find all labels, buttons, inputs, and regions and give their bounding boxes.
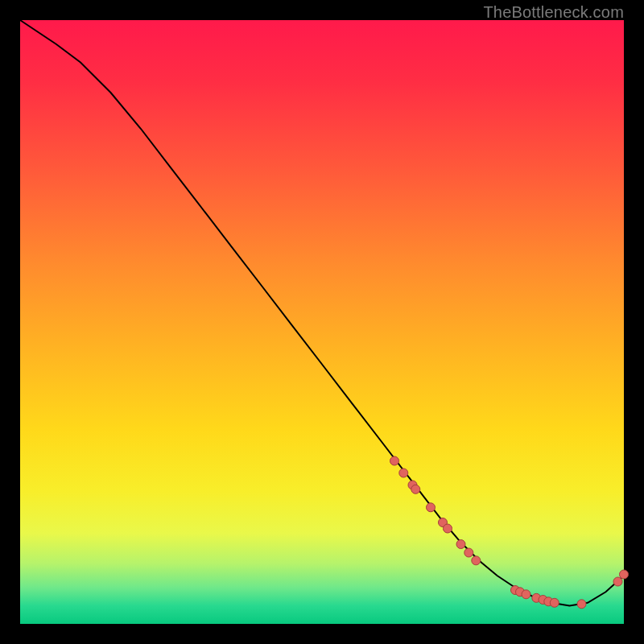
data-point — [577, 600, 586, 609]
chart-stage: TheBottleneck.com — [0, 0, 644, 644]
data-point — [464, 548, 473, 557]
highlighted-points-group — [390, 456, 629, 609]
data-point — [550, 598, 559, 607]
data-point — [390, 456, 399, 465]
data-point — [522, 590, 530, 599]
watermark-text: TheBottleneck.com — [483, 3, 624, 22]
data-point — [444, 524, 452, 533]
data-point — [399, 469, 408, 477]
data-point — [427, 503, 436, 512]
bottleneck-curve — [20, 20, 624, 606]
data-point — [456, 540, 465, 549]
data-point — [472, 556, 481, 565]
data-point — [613, 577, 622, 586]
chart-overlay-svg — [20, 20, 624, 624]
data-point — [411, 485, 420, 493]
data-point — [620, 570, 629, 579]
